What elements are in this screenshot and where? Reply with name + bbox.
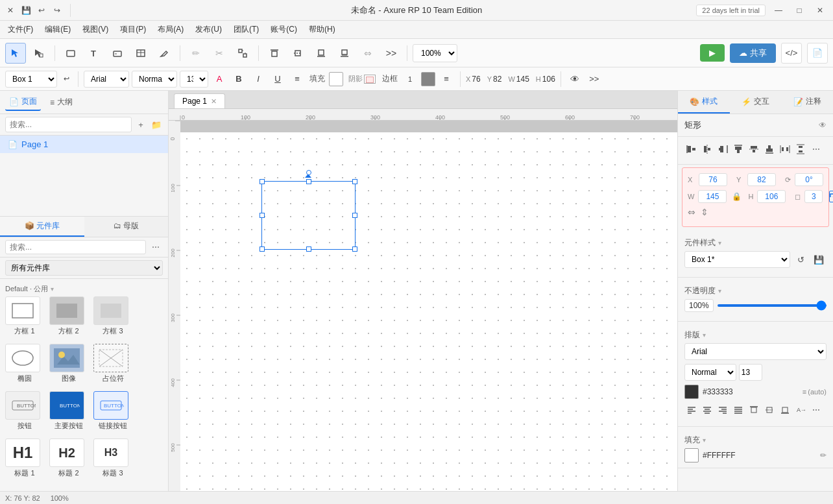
undo-icon[interactable]: ↩ <box>36 5 47 16</box>
comp-item-ellipse[interactable]: 椭圆 <box>5 344 44 383</box>
input-tool[interactable] <box>107 43 128 64</box>
align-bottom[interactable] <box>311 43 332 64</box>
w-value[interactable]: 145 <box>698 190 727 203</box>
canvas-content[interactable]: 0 100 200 300 400 500 <box>169 121 677 491</box>
align-right-button[interactable] <box>716 142 730 156</box>
more-format-button[interactable]: >> <box>586 71 603 88</box>
save-icon[interactable]: 💾 <box>21 5 31 16</box>
list-button[interactable]: ≡ <box>289 71 306 88</box>
expand-button[interactable] <box>829 191 833 202</box>
master-tab[interactable]: 🗂 母版 <box>84 217 169 237</box>
align-center-h-button[interactable] <box>700 142 714 156</box>
align-top-button[interactable] <box>731 142 745 156</box>
underline-button[interactable]: U <box>269 71 286 88</box>
align-middle[interactable] <box>287 43 308 64</box>
menu-view[interactable]: 视图(V) <box>77 22 114 37</box>
component-more-button[interactable]: ⋯ <box>149 240 163 254</box>
element-selector[interactable]: Box 1 <box>5 71 57 88</box>
text-valign-middle[interactable] <box>762 403 777 417</box>
shadow-button[interactable]: 阴影 <box>346 73 378 85</box>
shape-tool[interactable] <box>60 43 81 64</box>
style-name-dropdown[interactable]: Box 1* <box>684 251 790 268</box>
bold-button[interactable]: B <box>230 71 247 88</box>
font-selector[interactable]: Arial <box>84 71 129 88</box>
text-valign-top[interactable] <box>747 403 761 417</box>
menu-edit[interactable]: 编辑(E) <box>40 22 76 37</box>
resize-handle-ml[interactable] <box>260 213 265 218</box>
menu-team[interactable]: 团队(T) <box>228 22 264 37</box>
style-tab[interactable]: 🎨 样式 <box>678 91 730 114</box>
component-library-filter[interactable]: 所有元件库 <box>5 260 163 276</box>
comp-item-primary-button[interactable]: BUTTON 主要按钮 <box>49 391 88 431</box>
style-restore-button[interactable]: ↺ <box>793 252 808 267</box>
outline-tab[interactable]: ≡ 大纲 <box>46 94 77 110</box>
rotation-handle[interactable] <box>306 170 311 175</box>
typography-header[interactable]: 排版 ▾ <box>684 327 827 343</box>
more-options-button[interactable]: 📄 <box>807 43 828 64</box>
visibility-toggle[interactable]: 👁 <box>566 71 583 88</box>
preview-button[interactable]: ▶ <box>700 44 725 62</box>
menu-help[interactable]: 帮助(H) <box>304 22 341 37</box>
distribute-h-button[interactable] <box>778 142 792 156</box>
comp-item-h1[interactable]: H1 标题 1 <box>5 438 44 478</box>
fill-color-swatch[interactable] <box>329 72 343 86</box>
redo-icon[interactable]: ↪ <box>52 5 62 16</box>
align-left-button[interactable] <box>684 142 699 156</box>
fill-color-box[interactable] <box>684 448 699 462</box>
zoom-select[interactable]: 100% 75% 50% 150% 200% <box>413 44 457 62</box>
border-color-swatch[interactable] <box>421 72 435 86</box>
lock-proportions-icon[interactable]: 🔒 <box>732 192 742 201</box>
select-subitem-tool[interactable] <box>29 43 49 64</box>
opacity-value[interactable]: 100% <box>684 299 714 312</box>
pages-tab[interactable]: 📄 页面 <box>5 93 41 111</box>
canvas-tab-page1[interactable]: Page 1 ✕ <box>174 93 225 108</box>
selected-element-box[interactable] <box>261 181 356 250</box>
add-group-button[interactable]: 📁 <box>150 118 163 131</box>
shape-visibility-icon[interactable]: 👁 <box>819 121 827 130</box>
resize-handle-bl[interactable] <box>260 246 265 252</box>
fill-edit-button[interactable]: ✏ <box>820 451 827 460</box>
distribute-v-button[interactable] <box>793 142 808 156</box>
font-family-dropdown[interactable]: Arial <box>684 343 827 360</box>
more-text-options[interactable]: ⋯ <box>809 403 823 417</box>
element-navigate[interactable]: ↩ <box>60 71 73 88</box>
distribute-h[interactable]: ⇔ <box>357 43 378 64</box>
canvas-tab-close[interactable]: ✕ <box>211 97 217 106</box>
resize-handle-mr[interactable] <box>352 213 357 218</box>
menu-file[interactable]: 文件(F) <box>3 22 38 37</box>
menu-publish[interactable]: 发布(U) <box>190 22 227 37</box>
resize-handle-br[interactable] <box>352 246 357 252</box>
border-width-field[interactable]: 1 <box>402 71 418 88</box>
style-selector[interactable]: Normal <box>132 71 177 88</box>
page-item[interactable]: 📄 Page 1 <box>0 136 168 153</box>
align-text-bottom[interactable] <box>334 43 355 64</box>
interaction-tab[interactable]: ⚡ 交互 <box>730 91 782 114</box>
text-align-right[interactable] <box>716 403 730 417</box>
resize-handle-tl[interactable] <box>260 179 265 184</box>
font-style-dropdown[interactable]: Normal <box>684 364 736 381</box>
text-tool[interactable]: T <box>84 43 104 64</box>
align-middle-v-button[interactable] <box>747 142 761 156</box>
comp-item-box2[interactable]: 方框 2 <box>49 296 88 336</box>
text-align-justify[interactable] <box>731 403 745 417</box>
window-close-button[interactable]: ✕ <box>812 3 828 18</box>
comp-item-h2[interactable]: H2 标题 2 <box>49 438 88 478</box>
font-color-button[interactable]: A <box>211 71 228 88</box>
corner-radius-value[interactable]: 3 <box>804 190 823 203</box>
select-tool[interactable] <box>5 43 26 64</box>
align-bottom-button[interactable] <box>762 142 777 156</box>
close-icon[interactable]: ✕ <box>5 5 16 16</box>
h-value[interactable]: 106 <box>757 190 786 203</box>
comp-item-button[interactable]: BUTTON 按钮 <box>5 391 44 431</box>
y-value[interactable]: 82 <box>747 173 776 186</box>
flip-v-icon[interactable]: ⇕ <box>701 207 708 217</box>
align-top[interactable] <box>264 43 285 64</box>
font-size-input[interactable] <box>739 364 762 381</box>
opacity-header[interactable]: 不透明度 ▾ <box>684 283 827 299</box>
border-style-button[interactable]: ≡ <box>438 71 455 88</box>
comp-item-placeholder[interactable]: 占位符 <box>93 344 132 383</box>
menu-account[interactable]: 账号(C) <box>265 22 302 37</box>
crop-tool[interactable]: ✂ <box>209 43 230 64</box>
maximize-button[interactable]: □ <box>791 3 807 18</box>
comp-item-link-button[interactable]: BUTTON 链接按钮 <box>93 391 132 431</box>
